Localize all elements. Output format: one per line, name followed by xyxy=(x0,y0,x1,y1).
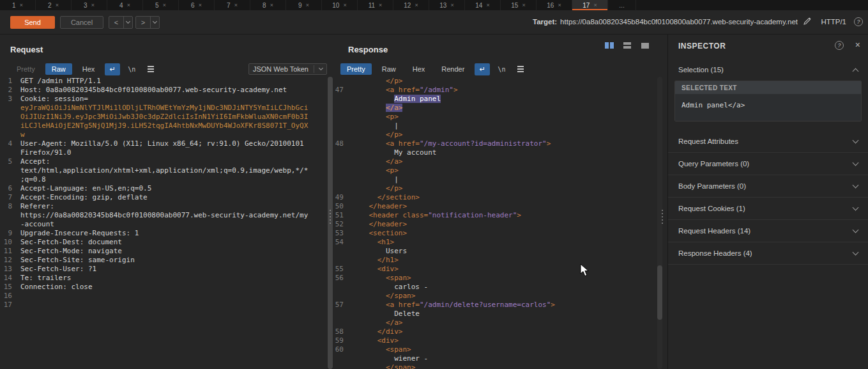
code-line[interactable]: 7Accept-Encoding: gzip, deflate xyxy=(0,193,328,202)
code-line[interactable]: -account xyxy=(0,220,328,229)
forward-history-dropdown[interactable] xyxy=(151,22,159,23)
response-view-tab-pretty[interactable]: Pretty xyxy=(340,63,372,75)
code-line[interactable]: 56 <span> xyxy=(334,274,658,283)
response-view-tab-render[interactable]: Render xyxy=(435,63,471,75)
repeater-tab-7[interactable]: 7× xyxy=(215,0,250,10)
code-line[interactable]: 54 <h1> xyxy=(334,238,658,247)
request-view-tab-raw[interactable]: Raw xyxy=(45,63,72,75)
editor-menu-button[interactable] xyxy=(143,63,158,75)
code-line[interactable]: </a> xyxy=(334,318,658,327)
close-tab-icon[interactable]: × xyxy=(486,2,489,8)
code-line[interactable]: 17 xyxy=(0,301,328,310)
close-tab-icon[interactable]: × xyxy=(127,2,130,8)
show-newlines-button[interactable]: \n xyxy=(124,63,139,75)
response-view-tab-hex[interactable]: Hex xyxy=(406,63,432,75)
code-line[interactable]: 47 <a href="/admin"> xyxy=(334,86,658,95)
close-tab-icon[interactable]: × xyxy=(415,2,418,8)
code-line[interactable]: </h1> xyxy=(334,256,658,265)
code-line[interactable]: iLCJleHAiOjE2NTg5NjQ1MjJ9.iLH52tqgIA4htb… xyxy=(0,122,328,130)
target-url[interactable]: https://0a8a00820345b84bc0f0100800ab0077… xyxy=(560,18,798,26)
repeater-tab-4[interactable]: 4× xyxy=(107,0,143,10)
close-tab-icon[interactable]: × xyxy=(163,2,166,8)
code-line[interactable]: 55 <div> xyxy=(334,265,658,274)
code-line[interactable]: 11Sec-Fetch-Mode: navigate xyxy=(0,247,328,256)
close-tab-icon[interactable]: × xyxy=(20,2,23,8)
repeater-tab-10[interactable]: 10× xyxy=(322,0,358,10)
rows-layout-button[interactable] xyxy=(621,41,634,50)
code-line[interactable]: text/html,application/xhtml+xml,applicat… xyxy=(0,166,328,175)
code-line[interactable]: 9Upgrade-Insecure-Requests: 1 xyxy=(0,229,328,238)
close-tab-icon[interactable]: × xyxy=(593,2,597,8)
inspector-section-selection[interactable]: Selection (15) xyxy=(668,59,868,81)
repeater-tab-15[interactable]: 15× xyxy=(501,0,537,10)
code-line[interactable]: wiener - xyxy=(334,354,658,363)
code-line[interactable]: </p> xyxy=(334,130,658,139)
code-line[interactable]: 58 </div> xyxy=(334,327,658,336)
code-line[interactable]: 50 </header> xyxy=(334,202,658,211)
code-line[interactable]: 15Connection: close xyxy=(0,283,328,292)
repeater-tab-3[interactable]: 3× xyxy=(72,0,107,10)
code-line[interactable]: <p> xyxy=(334,113,658,122)
code-line[interactable]: 12Sec-Fetch-Site: same-origin xyxy=(0,256,328,265)
edit-target-icon[interactable] xyxy=(803,17,812,28)
show-newlines-button[interactable]: \n xyxy=(494,63,509,75)
close-tab-icon[interactable]: × xyxy=(91,2,95,8)
close-tab-icon[interactable]: × xyxy=(343,2,346,8)
code-line[interactable]: 6Accept-Language: en-US,en;q=0.5 xyxy=(0,184,328,193)
repeater-tab-6[interactable]: 6× xyxy=(179,0,215,10)
columns-layout-button[interactable] xyxy=(603,41,616,50)
repeater-tab-14[interactable]: 14× xyxy=(465,0,501,10)
code-line[interactable]: <p> xyxy=(334,166,658,175)
code-line[interactable]: </p> xyxy=(334,184,658,193)
code-line[interactable]: 16 xyxy=(0,292,328,301)
code-line[interactable]: 4User-Agent: Mozilla/5.0 (X11; Linux x86… xyxy=(0,139,328,148)
http-version-label[interactable]: HTTP/1 xyxy=(821,18,846,26)
code-line[interactable]: w xyxy=(0,130,328,139)
code-line[interactable]: ;q=0.8 xyxy=(0,175,328,184)
response-editor[interactable]: </p>47 <a href="/admin"> Admin panel </a… xyxy=(334,77,658,369)
close-tab-icon[interactable]: × xyxy=(199,2,202,8)
single-layout-button[interactable] xyxy=(639,41,651,50)
code-line[interactable]: </span> xyxy=(334,292,658,301)
code-line[interactable]: | xyxy=(334,175,658,184)
code-line[interactable]: 1GET /admin HTTP/1.1 xyxy=(0,77,328,86)
panel-splitter-handle[interactable] xyxy=(660,210,665,224)
back-button[interactable]: < xyxy=(109,16,133,29)
repeater-tab-17[interactable]: 17× xyxy=(572,0,608,10)
code-line[interactable]: 14Te: trailers xyxy=(0,274,328,283)
panel-splitter-handle[interactable] xyxy=(328,210,333,224)
inspector-section-response-headers-4[interactable]: Response Headers (4) xyxy=(668,242,868,265)
inspector-section-request-headers-14[interactable]: Request Headers (14) xyxy=(668,220,868,242)
scrollbar-thumb[interactable] xyxy=(657,265,662,320)
close-tab-icon[interactable]: × xyxy=(306,2,309,8)
code-line[interactable]: OiJIUzI1NiJ9.eyJpc3MiOiJwb3J0c3dpZ2dlciI… xyxy=(0,113,328,122)
code-line[interactable]: Delete xyxy=(334,310,658,318)
wrap-lines-button[interactable]: ↵ xyxy=(105,63,120,75)
close-icon[interactable]: × xyxy=(855,40,860,50)
code-line[interactable]: 53 <section> xyxy=(334,229,658,238)
code-line[interactable]: Admin panel xyxy=(334,95,658,104)
inspector-section-body-parameters-0[interactable]: Body Parameters (0) xyxy=(668,175,868,198)
wrap-lines-button[interactable]: ↵ xyxy=(475,63,490,75)
send-button[interactable]: Send xyxy=(10,16,55,29)
code-line[interactable]: | xyxy=(334,122,658,130)
tab-overflow-button[interactable]: ... xyxy=(608,0,636,10)
code-line[interactable]: 13Sec-Fetch-User: ?1 xyxy=(0,265,328,274)
code-line[interactable]: 52 </header> xyxy=(334,220,658,229)
code-line[interactable]: 10Sec-Fetch-Dest: document xyxy=(0,238,328,247)
repeater-tab-16[interactable]: 16× xyxy=(537,0,572,10)
code-line[interactable]: eyJraWQiOiJiNmNlYTJlMi1lODljLTRhOWEtYmYz… xyxy=(0,104,328,113)
code-line[interactable]: 57 <a href="/admin/delete?username=carlo… xyxy=(334,301,658,310)
code-line[interactable]: 51 <header class="notification-header"> xyxy=(334,211,658,220)
close-tab-icon[interactable]: × xyxy=(56,2,59,8)
code-line[interactable]: Users xyxy=(334,247,658,256)
code-line[interactable]: </p> xyxy=(334,77,658,86)
back-history-dropdown[interactable] xyxy=(124,22,132,23)
inspector-section-request-cookies-1[interactable]: Request Cookies (1) xyxy=(668,198,868,220)
code-line[interactable]: </span> xyxy=(334,363,658,369)
code-line[interactable]: 5Accept: xyxy=(0,157,328,166)
close-tab-icon[interactable]: × xyxy=(450,2,453,8)
repeater-tab-9[interactable]: 9× xyxy=(286,0,322,10)
help-icon[interactable]: ? xyxy=(854,17,863,26)
close-tab-icon[interactable]: × xyxy=(270,2,273,8)
